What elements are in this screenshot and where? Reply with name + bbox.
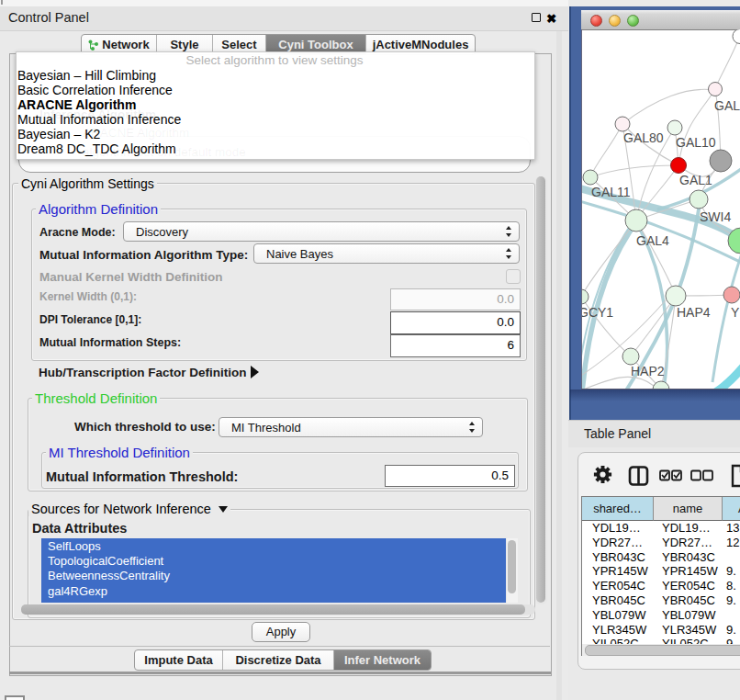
- svg-text:GAL11: GAL11: [591, 185, 631, 199]
- svg-text:Y: Y: [731, 305, 740, 320]
- svg-text:HAP4: HAP4: [677, 305, 711, 320]
- svg-text:HAP2: HAP2: [631, 364, 665, 378]
- svg-text:GAL10: GAL10: [676, 135, 716, 150]
- svg-text:GCY1: GCY1: [582, 305, 613, 320]
- svg-text:GAL1: GAL1: [679, 173, 712, 187]
- svg-text:GAL4: GAL4: [636, 233, 669, 248]
- svg-text:GAL80: GAL80: [623, 130, 664, 145]
- svg-text:SWI4: SWI4: [700, 209, 731, 224]
- svg-text:GAL7: GAL7: [714, 98, 740, 113]
